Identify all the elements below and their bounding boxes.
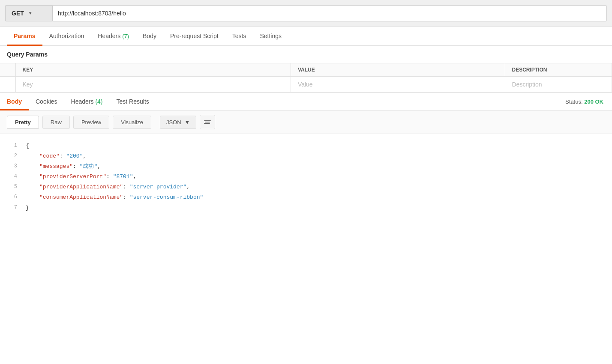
tab-headers-label: Headers (7) — [98, 33, 129, 39]
value-col-header: VALUE — [291, 63, 505, 77]
json-brace-open: { — [26, 141, 29, 151]
wrap-button[interactable] — [200, 115, 215, 129]
format-dropdown[interactable]: JSON ▼ — [160, 116, 197, 129]
method-select[interactable]: GET ▼ — [5, 5, 52, 21]
line-num-6: 6 — [0, 193, 26, 202]
tab-params[interactable]: Params — [7, 27, 42, 46]
json-key-provider-port: "providerServerPort": "8701", — [39, 172, 136, 182]
tab-tests-label: Tests — [232, 33, 246, 39]
headers-badge: (7) — [122, 33, 129, 39]
desc-input-cell[interactable]: Description — [505, 77, 612, 92]
request-tabs: Params Authorization Headers (7) Body Pr… — [0, 27, 612, 46]
json-line-7: 7 } — [0, 203, 612, 213]
params-table: KEY VALUE DESCRIPTION Key Value Descript… — [0, 63, 612, 92]
status-value: 200 OK — [584, 98, 603, 105]
json-line-3: 3 "messages": "成功", — [0, 161, 612, 172]
query-params-section: Query Params — [0, 46, 612, 63]
json-line-1: 1 { — [0, 141, 612, 151]
response-tab-test-results-label: Test Results — [117, 98, 149, 105]
tab-settings-label: Settings — [260, 33, 282, 39]
format-dropdown-label: JSON — [166, 119, 181, 125]
response-tab-test-results[interactable]: Test Results — [110, 93, 156, 110]
tab-authorization-label: Authorization — [49, 33, 84, 39]
response-tab-body-label: Body — [7, 98, 22, 105]
desc-placeholder: Description — [512, 81, 542, 88]
response-headers-badge: (4) — [95, 98, 102, 105]
value-input-cell[interactable]: Value — [291, 77, 505, 92]
key-col-header: KEY — [15, 63, 291, 77]
tab-params-label: Params — [14, 33, 36, 39]
tab-settings[interactable]: Settings — [253, 27, 288, 46]
key-input-cell[interactable]: Key — [15, 77, 291, 92]
tab-pre-request-label: Pre-request Script — [170, 33, 219, 39]
json-key-provider-app: "providerApplicationName": "server-provi… — [39, 182, 190, 192]
tab-body[interactable]: Body — [136, 27, 163, 46]
response-section: Body Cookies Headers (4) Test Results St… — [0, 92, 612, 220]
json-line-5: 5 "providerApplicationName": "server-pro… — [0, 182, 612, 192]
line-num-3: 3 — [0, 162, 26, 171]
checkbox-col-header — [0, 63, 15, 77]
row-checkbox — [0, 77, 15, 92]
format-visualize-button[interactable]: Visualize — [113, 116, 151, 129]
table-row: Key Value Description — [0, 77, 612, 92]
line-num-2: 2 — [0, 152, 26, 161]
method-label: GET — [12, 10, 24, 17]
format-preview-button[interactable]: Preview — [73, 116, 109, 129]
json-key-code: "code": "200", — [39, 152, 86, 161]
response-tab-headers[interactable]: Headers (4) — [64, 93, 110, 110]
json-output: 1 { 2 "code": "200", 3 "messages": "成功",… — [0, 134, 612, 220]
json-line-4: 4 "providerServerPort": "8701", — [0, 172, 612, 182]
query-params-label: Query Params — [7, 51, 48, 58]
value-placeholder: Value — [298, 81, 313, 88]
tab-authorization[interactable]: Authorization — [42, 27, 91, 46]
format-pretty-button[interactable]: Pretty — [7, 116, 39, 129]
line-num-1: 1 — [0, 141, 26, 151]
status-label: Status: — [565, 98, 582, 105]
wrap-icon — [204, 120, 211, 124]
json-key-consumer-app: "consumerApplicationName": "server-consu… — [39, 193, 203, 202]
url-input[interactable] — [52, 5, 607, 21]
line-num-7: 7 — [0, 203, 26, 213]
response-status: Status: 200 OK — [565, 98, 612, 105]
key-placeholder: Key — [23, 81, 33, 88]
line-num-4: 4 — [0, 172, 26, 182]
body-format-row: Pretty Raw Preview Visualize JSON ▼ — [0, 110, 612, 134]
json-line-2: 2 "code": "200", — [0, 151, 612, 161]
line-num-5: 5 — [0, 182, 26, 192]
desc-col-header: DESCRIPTION — [505, 63, 612, 77]
json-brace-close: } — [26, 203, 29, 213]
tab-pre-request-script[interactable]: Pre-request Script — [163, 27, 225, 46]
url-bar: GET ▼ — [0, 0, 612, 27]
response-tab-cookies-label: Cookies — [36, 98, 57, 105]
response-tab-body[interactable]: Body — [0, 93, 29, 110]
tab-body-label: Body — [143, 33, 156, 39]
response-tab-headers-label: Headers (4) — [71, 98, 103, 105]
tab-tests[interactable]: Tests — [225, 27, 253, 46]
chevron-down-icon: ▼ — [28, 11, 33, 15]
format-raw-button[interactable]: Raw — [42, 116, 70, 129]
dropdown-chevron-icon: ▼ — [185, 119, 190, 125]
response-tab-cookies[interactable]: Cookies — [29, 93, 64, 110]
json-key-messages: "messages": "成功", — [39, 162, 101, 171]
json-line-6: 6 "consumerApplicationName": "server-con… — [0, 192, 612, 203]
response-tabs-row: Body Cookies Headers (4) Test Results St… — [0, 93, 612, 110]
tab-headers[interactable]: Headers (7) — [91, 27, 136, 46]
